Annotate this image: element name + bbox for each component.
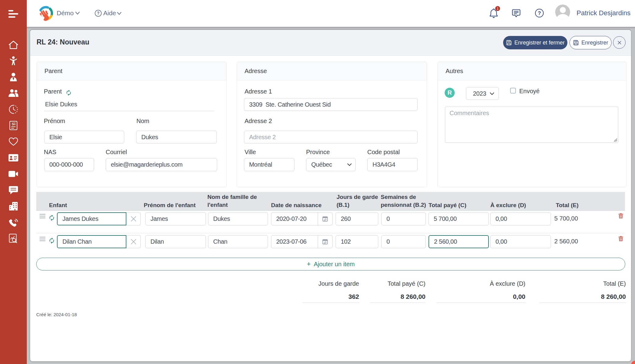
svg-text:?: ? (97, 11, 99, 16)
svg-text:$: $ (12, 122, 14, 126)
svg-text:?: ? (538, 10, 541, 16)
